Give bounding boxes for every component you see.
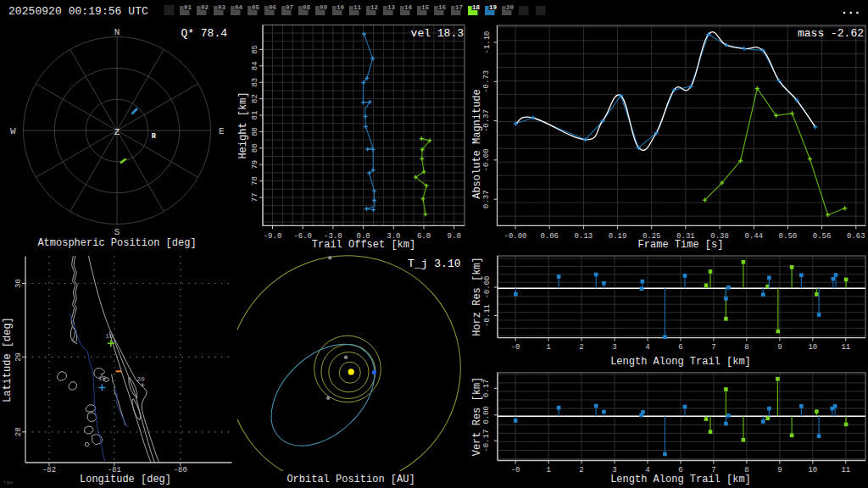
svg-text:05: 05 [252,4,260,11]
svg-text:18: 18 [472,4,481,11]
svg-text:0.19: 0.19 [609,232,627,241]
svg-text:20: 20 [136,375,145,383]
svg-text:03: 03 [218,4,226,11]
svg-text:09: 09 [320,4,328,11]
svg-text:-0.00: -0.00 [504,232,526,241]
svg-text:3: 3 [612,343,616,352]
svg-text:Orbital Position [AU]: Orbital Position [AU] [287,474,415,485]
svg-text:11: 11 [841,343,850,352]
svg-text:Latitude [deg]: Latitude [deg] [2,317,14,402]
svg-text:85: 85 [251,45,259,54]
svg-text:-0.37: -0.37 [483,109,492,132]
svg-text:0.44: 0.44 [744,232,763,241]
svg-text:-0: -0 [511,343,520,352]
svg-text:20: 20 [506,4,515,11]
svg-text:0.17: 0.17 [483,379,492,397]
svg-text:9.0: 9.0 [448,232,461,241]
svg-text:17: 17 [455,4,463,11]
svg-text:Q* 78.4: Q* 78.4 [181,27,227,40]
svg-text:Trail Offset [km]: Trail Offset [km] [312,239,415,251]
svg-text:10: 10 [337,4,345,11]
svg-text:01: 01 [184,4,192,11]
svg-text:0.00: 0.00 [483,406,492,424]
svg-text:16: 16 [438,4,447,11]
svg-text:Length Along Trail [km]: Length Along Trail [km] [610,356,751,368]
svg-text:-80: -80 [174,466,187,474]
svg-text:2: 2 [579,343,583,352]
svg-text:8: 8 [744,343,748,352]
svg-text:02: 02 [201,4,209,11]
svg-text:83: 83 [251,78,259,87]
svg-text:07: 07 [286,4,293,11]
svg-text:84: 84 [251,61,259,70]
svg-text:0.37: 0.37 [483,190,492,208]
svg-text:04: 04 [235,4,243,11]
svg-text:0.50: 0.50 [779,232,798,241]
svg-text:Height [km]: Height [km] [237,92,249,158]
svg-text:-0.73: -0.73 [483,70,492,93]
svg-text:78: 78 [251,176,259,186]
svg-text:mass -2.62: mass -2.62 [798,27,864,40]
svg-text:Atmospheric Position [deg]: Atmospheric Position [deg] [37,237,196,249]
svg-text:1: 1 [546,466,550,474]
svg-text:6.0: 6.0 [417,232,431,241]
svg-text:29: 29 [14,352,23,362]
svg-text:W: W [10,126,16,136]
svg-text:-0.11: -0.11 [483,304,492,327]
svg-text:28: 28 [14,427,23,436]
svg-text:0.13: 0.13 [575,232,593,241]
svg-text:Z: Z [114,127,120,137]
svg-text:N: N [114,27,120,37]
svg-text:T_j 3.10: T_j 3.10 [408,258,460,270]
svg-text:Longitude [deg]: Longitude [deg] [80,474,171,485]
svg-text:Horz Res [km]: Horz Res [km] [471,257,483,336]
svg-text:08: 08 [303,4,311,11]
svg-text:80: 80 [251,127,259,136]
svg-text:0.06: 0.06 [540,232,559,241]
svg-text:rgw: rgw [3,480,13,485]
svg-text:82: 82 [251,94,259,103]
svg-text:4: 4 [645,343,649,352]
svg-text:-9.0: -9.0 [264,232,282,241]
svg-text:-0.00: -0.00 [483,275,492,298]
svg-text:R: R [152,132,157,141]
svg-text:-0.17: -0.17 [483,430,492,452]
svg-text:80: 80 [251,143,259,152]
svg-text:E: E [219,126,225,136]
svg-text:9: 9 [777,343,782,352]
svg-text:7: 7 [711,343,715,352]
svg-text:10: 10 [808,343,817,352]
svg-text:-0.00: -0.00 [483,148,492,171]
svg-text:S: S [114,227,120,237]
svg-text:79: 79 [251,160,259,169]
svg-text:77: 77 [251,193,259,202]
svg-text:13: 13 [387,4,396,11]
svg-text:81: 81 [251,111,259,120]
svg-text:19: 19 [98,374,107,382]
svg-text:Length Along Trail [km]: Length Along Trail [km] [610,474,751,485]
svg-text:20250920 00:19:56 UTC: 20250920 00:19:56 UTC [8,5,148,18]
svg-text:2: 2 [579,466,583,474]
svg-text:1: 1 [546,343,550,352]
svg-text:14: 14 [404,4,413,11]
svg-text:06: 06 [269,4,277,11]
svg-text:Absolute Magnitude: Absolute Magnitude [471,89,483,199]
svg-text:18: 18 [105,332,114,340]
svg-text:6: 6 [678,343,682,352]
svg-text:10: 10 [808,466,817,474]
svg-text:11: 11 [841,466,850,474]
svg-text:-82: -82 [42,466,56,474]
svg-text:11: 11 [353,4,362,11]
svg-text:0.56: 0.56 [813,232,832,241]
svg-text:Vert Res [km]: Vert Res [km] [471,377,483,457]
svg-text:19: 19 [489,4,498,11]
svg-text:-1.10: -1.10 [483,30,492,53]
svg-text:12: 12 [370,4,379,11]
svg-text:9: 9 [777,466,782,474]
svg-text:vel 18.3: vel 18.3 [411,27,464,40]
svg-text:Frame Time [s]: Frame Time [s] [638,239,724,251]
svg-text:-6.0: -6.0 [293,232,312,241]
svg-text:-0: -0 [511,466,520,474]
svg-text:0.63: 0.63 [847,232,865,241]
svg-text:30: 30 [14,279,23,288]
